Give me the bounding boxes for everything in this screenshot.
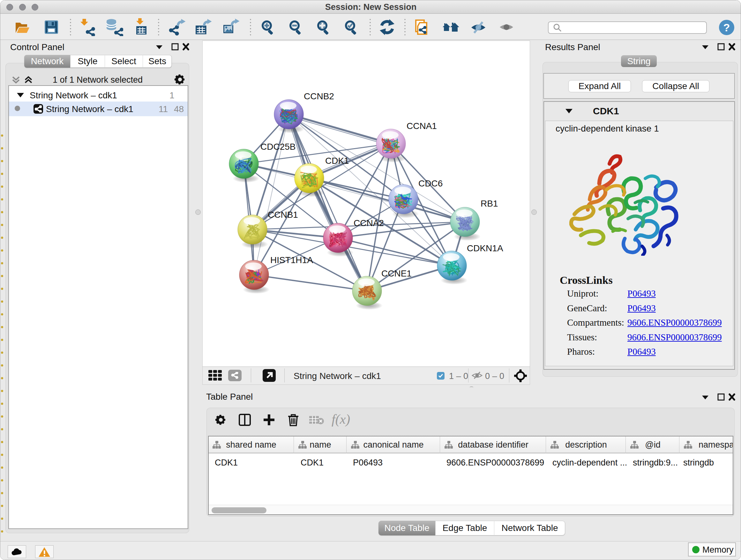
svg-text:CCNA1: CCNA1 — [407, 121, 437, 131]
svg-text:CCNE1: CCNE1 — [381, 268, 412, 278]
svg-text:RB1: RB1 — [481, 199, 498, 208]
svg-text:CDC6: CDC6 — [418, 179, 443, 188]
svg-text:CCNA2: CCNA2 — [354, 218, 384, 228]
svg-text:CCNB2: CCNB2 — [304, 91, 334, 101]
svg-text:HIST1H1A: HIST1H1A — [270, 255, 313, 265]
svg-text:CDKN1A: CDKN1A — [467, 243, 503, 253]
svg-text:CDC25B: CDC25B — [260, 142, 295, 152]
svg-text:CCNB1: CCNB1 — [268, 210, 298, 220]
svg-text:CDK1: CDK1 — [325, 156, 349, 166]
